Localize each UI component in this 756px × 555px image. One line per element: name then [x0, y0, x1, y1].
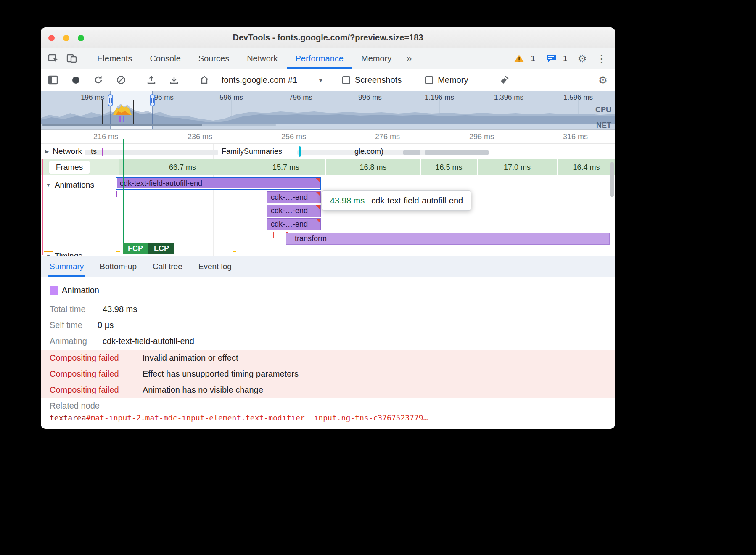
animations-track-header[interactable]: ▼ Animations [46, 180, 94, 190]
tab-event-log[interactable]: Event log [198, 256, 232, 277]
related-node-label: Related node [50, 401, 100, 411]
network-track-label: Network [53, 147, 82, 156]
memory-checkbox[interactable]: Memory [425, 75, 468, 85]
tab-performance[interactable]: Performance [287, 48, 353, 69]
transform-animation-bar[interactable]: transform [286, 233, 610, 245]
network-activity-bar [202, 124, 276, 126]
network-request-marker[interactable] [102, 148, 103, 156]
tab-summary[interactable]: Summary [50, 256, 84, 277]
screenshots-checkbox[interactable]: Screenshots [342, 75, 402, 85]
animating-label: Animating [50, 336, 87, 346]
self-time-label: Self time [50, 320, 82, 330]
settings-gear-icon[interactable]: ⚙ [574, 53, 590, 65]
screenshots-label: Screenshots [355, 75, 402, 85]
request-label-clipped: ts [91, 147, 97, 156]
frame-cell[interactable]: 17.0 ms [478, 159, 557, 175]
tab-network[interactable]: Network [238, 48, 286, 69]
animation-bar-label: transform [290, 234, 327, 243]
tab-elements[interactable]: Elements [88, 48, 141, 69]
overview-time-label: 196 ms [81, 93, 104, 102]
animation-tick [116, 191, 117, 197]
disclosure-right-icon[interactable]: ▶ [45, 148, 49, 154]
tooltip-name: cdk-text-field-autofill-end [371, 196, 463, 206]
frame-cell[interactable]: 16.5 ms [421, 159, 477, 175]
frame-cell[interactable]: 15.7 ms [246, 159, 325, 175]
animation-bar-label: cdk-…-end [271, 206, 308, 215]
network-track[interactable]: ▶ Network ts FamilySummaries gle.com) [41, 144, 615, 159]
timing-tick [116, 251, 120, 252]
zoom-window-button[interactable] [78, 35, 84, 41]
tab-call-tree[interactable]: Call tree [153, 256, 182, 277]
save-profile-icon[interactable] [168, 74, 180, 86]
selection-handle-left[interactable] [108, 94, 113, 106]
failure-label: Compositing failed [50, 366, 119, 382]
request-label: gle.com) [354, 147, 383, 156]
device-toolbar-icon[interactable] [63, 48, 81, 69]
failure-label: Compositing failed [50, 350, 119, 366]
message-count: 1 [563, 54, 568, 63]
timeline-scrollbar[interactable] [610, 162, 614, 197]
tab-bottom-up[interactable]: Bottom-up [100, 256, 137, 277]
network-track-header[interactable]: ▶ Network [42, 145, 85, 157]
network-request-bar[interactable] [403, 150, 420, 155]
toggle-sidebar-icon[interactable] [47, 74, 59, 86]
timeline-tracks[interactable]: 216 ms 236 ms 256 ms 276 ms 296 ms 316 m… [41, 130, 615, 256]
clear-recording-icon[interactable] [115, 74, 127, 86]
animation-tooltip: 43.98 ms cdk-text-field-autofill-end [322, 190, 471, 211]
garbage-collect-broom-icon[interactable] [498, 74, 511, 86]
screenshots-checkbox-box[interactable] [342, 76, 350, 84]
minimize-window-button[interactable] [63, 35, 69, 41]
home-live-metrics-icon[interactable] [198, 74, 211, 86]
load-profile-icon[interactable] [145, 74, 158, 86]
animation-bar[interactable]: cdk-…-end [267, 191, 321, 204]
frames-track-label: Frames [49, 161, 90, 174]
disclosure-down-icon[interactable]: ▼ [46, 182, 51, 188]
issues-message-icon[interactable] [542, 54, 560, 63]
record-button[interactable] [69, 74, 82, 86]
animation-bar-label: cdk-…-end [271, 220, 308, 229]
fcp-badge[interactable]: FCP [123, 243, 148, 254]
network-request-bar[interactable] [425, 150, 489, 155]
animation-bar[interactable]: cdk-…-end [267, 218, 321, 230]
timings-track-header-clipped[interactable]: ▼ Timings [46, 251, 82, 256]
related-node-link[interactable]: textarea#mat-input-2.mat-mdc-input-eleme… [50, 413, 428, 422]
inspect-element-icon[interactable] [44, 48, 63, 69]
disclosure-down-icon: ▼ [46, 253, 51, 256]
frames-track[interactable]: 66.7 ms 15.7 ms 16.8 ms 16.5 ms 17.0 ms … [41, 159, 615, 175]
window-title: DevTools - fonts.google.com/?preview.siz… [41, 33, 615, 42]
animation-bar[interactable]: cdk-…-end [267, 205, 321, 217]
animation-bar-label: cdk-…-end [271, 193, 308, 202]
ruler-label: 296 ms [459, 132, 494, 141]
overview-time-label: 1,396 ms [494, 93, 523, 102]
selection-handle-right[interactable] [150, 94, 155, 106]
kebab-menu-icon[interactable]: ⋮ [593, 53, 610, 65]
animation-legend-label: Animation [62, 285, 99, 295]
tab-memory[interactable]: Memory [352, 48, 400, 69]
frame-cell[interactable]: 66.7 ms [119, 159, 246, 175]
profile-history-select[interactable]: fonts.google.com #1 ▼ [222, 75, 324, 85]
network-request-marker[interactable] [299, 146, 301, 157]
reload-and-record-icon[interactable] [92, 74, 105, 86]
lcp-badge[interactable]: LCP [148, 243, 174, 254]
devtools-tabbar: Elements Console Sources Network Perform… [41, 48, 615, 69]
frame-cell[interactable]: 16.4 ms [558, 159, 615, 175]
timeline-overview[interactable]: 196 ms 396 ms 596 ms 796 ms 996 ms 1,196… [41, 91, 615, 130]
self-time-value: 0 µs [98, 320, 114, 330]
profile-history-label: fonts.google.com #1 [222, 75, 297, 85]
failure-reason: Animation has no visible change [143, 382, 263, 398]
total-time-label: Total time [50, 304, 86, 314]
animation-bar-selected[interactable]: cdk-text-field-autofill-end [116, 177, 321, 190]
tab-sources[interactable]: Sources [190, 48, 238, 69]
divider [85, 53, 85, 64]
more-tabs-chevron-icon[interactable]: » [400, 48, 418, 69]
animation-legend-swatch [50, 286, 58, 295]
capture-settings-gear-icon[interactable]: ⚙ [597, 74, 609, 86]
warning-icon[interactable] [510, 54, 528, 63]
summary-panel: Animation Total time 43.98 ms Self time … [41, 277, 615, 428]
frame-cell[interactable]: 16.8 ms [326, 159, 420, 175]
overview-time-label: 1,596 ms [563, 93, 593, 102]
memory-checkbox-box[interactable] [425, 76, 433, 84]
close-window-button[interactable] [48, 35, 55, 41]
tab-console[interactable]: Console [141, 48, 189, 69]
animation-error-tick [273, 232, 274, 238]
